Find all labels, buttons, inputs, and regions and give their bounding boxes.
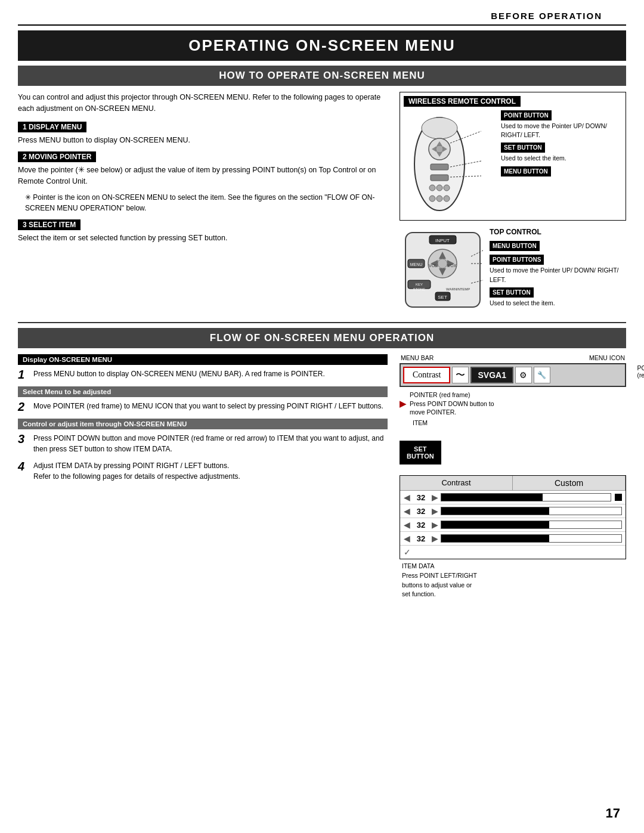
svg-text:STONE: STONE [413, 287, 426, 291]
flow-step-4: 4 Adjust ITEM DATA by pressing POINT RIG… [18, 460, 388, 482]
section-divider [18, 322, 626, 323]
svga-cell: SVGA1 [470, 367, 513, 383]
right-arrow-1: ▶ [432, 506, 438, 516]
flow-step-2-row: 2 Move POINTER (red frame) to MENU ICON … [18, 401, 388, 413]
icon-2: 🔧 [537, 371, 546, 379]
flow-section: Display ON-SCREEN MENU 1 Press MENU butt… [18, 354, 626, 599]
item-value-1: 32 [413, 507, 429, 516]
set-button-line1: SET [414, 445, 426, 453]
remote-content: POINT BUTTON Used to move the Pointer UP… [404, 110, 622, 216]
remote-svg-area [404, 110, 496, 216]
item-data-custom-header: Custom [513, 476, 626, 490]
item-bar-0 [441, 493, 611, 501]
item-bar-fill-2 [441, 521, 549, 528]
top-set-button-desc: Used to select the item. [490, 299, 626, 308]
flow-step-2-num: 2 [18, 401, 30, 413]
pointer-label-text: POINTER [637, 364, 644, 371]
top-control-title: TOP CONTROL [490, 227, 626, 237]
svg-point-31 [438, 259, 447, 268]
item-bar-3 [441, 534, 622, 543]
left-arrow-2: ◀ [404, 520, 410, 529]
set-button-label-item: SET BUTTON Used to select the item. [501, 143, 622, 163]
top-control-area: INPUT MENU [400, 227, 626, 315]
step-2-label: 2 MOVING POINTER [18, 151, 96, 162]
step-1-section: 1 DISPLAY MENU Press MENU button to disp… [18, 122, 382, 146]
menu-button-title: MENU BUTTON [501, 166, 551, 176]
svg-text:TEMP: TEMP [460, 287, 470, 291]
flow-step-1-num: 1 [18, 368, 30, 380]
top-point-buttons-desc: Used to move the Pointer UP/ DOWN/ RIGHT… [490, 266, 626, 285]
step-3-label: 3 SELECT ITEM [18, 219, 80, 230]
step-3-section: 3 SELECT ITEM Select the item or set sel… [18, 219, 382, 244]
flow-step-2: Select Menu to be adjusted 2 Move POINTE… [18, 386, 388, 413]
flow-step-1-header-text: Display ON-SCREEN MENU [23, 356, 112, 363]
before-operation-text: BEFORE OPERATION [491, 11, 602, 21]
top-point-buttons-label: POINT BUTTONS [490, 255, 544, 265]
svg-point-10 [429, 185, 435, 191]
svg-rect-9 [431, 175, 448, 181]
flow-step-1-header: Display ON-SCREEN MENU [18, 354, 388, 365]
item-data-row-2: ◀ 32 ▶ [400, 518, 626, 532]
svg-text:WARNIN: WARNIN [446, 287, 460, 291]
item-data-contrast-header: Contrast [400, 476, 513, 490]
pointer-arrow-icon: ▶ [400, 399, 406, 408]
set-button-box: SET BUTTON [400, 441, 441, 465]
flow-step-3-text: Press POINT DOWN button and move POINTER… [33, 433, 388, 454]
step-3-text: Select the item or set selected function… [18, 233, 382, 244]
flow-step-1-row: 1 Press MENU button to display ON-SCREEN… [18, 368, 388, 380]
left-arrow-0: ◀ [404, 493, 410, 502]
svg-point-7 [436, 145, 443, 153]
item-value-3: 32 [413, 534, 429, 543]
set-button-desc: Used to select the item. [501, 154, 622, 163]
pointer-desc-text: POINTER (red frame)Press POINT DOWN butt… [410, 391, 494, 417]
item-label-area: ITEM [413, 419, 626, 426]
icon-1: ⚙ [519, 370, 527, 380]
item-data-row-4: ✓ [400, 546, 626, 559]
set-button-area: SET BUTTON [400, 435, 626, 470]
item-data-row-0: ◀ 32 ▶ [400, 491, 626, 504]
check-icon: ✓ [404, 547, 411, 557]
item-data-desc: ITEM DATAPress POINT LEFT/RIGHTbuttons t… [402, 562, 626, 599]
item-bar-1 [441, 507, 622, 515]
contrast-cell: Contrast [403, 367, 450, 383]
menu-bar-top-labels: MENU BAR MENU ICON [400, 354, 626, 361]
top-menu-button-label: MENU BUTTON [490, 241, 540, 251]
step-2-section: 2 MOVING POINTER Move the pointer (✳ see… [18, 151, 382, 213]
flow-step-4-row: 4 Adjust ITEM DATA by pressing POINT RIG… [18, 460, 388, 482]
svg-point-1 [422, 117, 457, 139]
icon-cell-2: 🔧 [534, 367, 550, 383]
flow-step-3: Control or adjust item through ON-SCREEN… [18, 419, 388, 454]
top-set-button-item: SET BUTTON Used to select the item. [490, 287, 626, 308]
flow-step-3-header: Control or adjust item through ON-SCREEN… [18, 419, 388, 429]
item-bar-fill-1 [441, 507, 549, 515]
menu-bar-label: MENU BAR [401, 354, 434, 361]
before-operation-header: BEFORE OPERATION [18, 0, 626, 26]
item-data-diagram: Contrast Custom ◀ 32 ▶ ◀ [400, 475, 626, 559]
left-column: You can control and adjust this projecto… [18, 92, 388, 315]
svg-text:KEY: KEY [416, 283, 423, 286]
item-bar-2 [441, 521, 622, 529]
svg-text:VOL: VOL [429, 264, 437, 268]
bar-thumb-0 [615, 494, 622, 501]
note-text: ✳ Pointer is the icon on ON-SCREEN MENU … [18, 192, 382, 213]
section1-title-text: HOW TO OPERATE ON-SCREEN MENU [219, 70, 425, 81]
svg-point-13 [429, 196, 435, 202]
flow-step-4-num: 4 [18, 460, 30, 472]
point-button-desc: Used to move the Pointer UP/ DOWN/ RIGHT… [501, 122, 622, 139]
set-button-title: SET BUTTON [501, 143, 545, 153]
item-value-0: 32 [413, 493, 429, 502]
point-button-label-item: POINT BUTTON Used to move the Pointer UP… [501, 110, 622, 139]
right-arrow-3: ▶ [432, 534, 438, 543]
step-1-label: 1 DISPLAY MENU [18, 122, 86, 132]
top-control-labels: TOP CONTROL MENU BUTTON POINT BUTTONS Us… [490, 227, 626, 310]
pointer-label-container: POINTER (red frame) [637, 364, 644, 379]
right-arrow-2: ▶ [432, 520, 438, 529]
remote-control-svg [404, 110, 496, 215]
item-bar-fill-3 [441, 535, 549, 542]
menu-bar-display: Contrast 〜 SVGA1 ⚙ [400, 363, 626, 387]
item-data-header: Contrast Custom [400, 476, 626, 491]
section1-title-bar: HOW TO OPERATE ON-SCREEN MENU [18, 66, 626, 86]
page-number: 17 [606, 806, 620, 821]
page-container: BEFORE OPERATION OPERATING ON-SCREEN MEN… [0, 0, 644, 833]
right-arrow-0: ▶ [432, 493, 438, 502]
